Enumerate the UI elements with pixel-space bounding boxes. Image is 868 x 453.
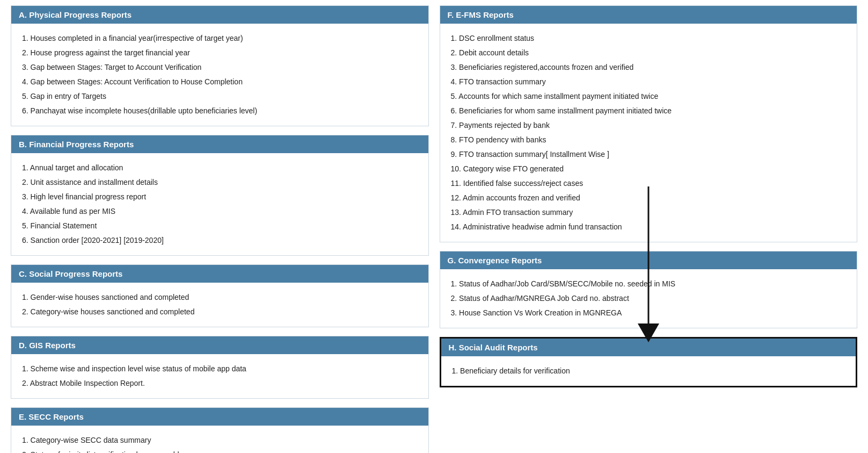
left-column: A. Physical Progress Reports 1. Houses c…: [11, 5, 429, 453]
section-g-header: G. Convergence Reports: [440, 251, 857, 269]
list-item[interactable]: 3. Beneficiaries registered,accounts fro…: [451, 60, 847, 75]
section-h-wrapper: H. Social Audit Reports 1. Beneficiary d…: [440, 337, 858, 387]
section-e: E. SECC Reports 1. Category-wise SECC da…: [11, 407, 429, 453]
list-item[interactable]: 1. Category-wise SECC data summary: [22, 433, 418, 448]
section-d: D. GIS Reports 1. Scheme wise and inspec…: [11, 336, 429, 399]
section-a: A. Physical Progress Reports 1. Houses c…: [11, 5, 429, 126]
section-b-header: B. Financial Progress Reports: [11, 135, 428, 153]
list-item[interactable]: 3. High level financial progress report: [22, 190, 418, 204]
section-d-list: 1. Scheme wise and inspection level wise…: [22, 362, 418, 391]
section-e-list: 1. Category-wise SECC data summary 2. St…: [22, 433, 418, 453]
list-item[interactable]: 10. Category wise FTO generated: [451, 162, 847, 176]
list-item[interactable]: 5. Gap in entry of Targets: [22, 89, 418, 104]
list-item[interactable]: 11. Identified false success/reject case…: [451, 176, 847, 191]
section-h-body: 1. Beneficiary details for verification: [441, 356, 856, 386]
section-b-body: 1. Annual target and allocation 2. Unit …: [11, 153, 428, 255]
list-item[interactable]: 3. House Sanction Vs Work Creation in MG…: [451, 306, 847, 320]
list-item[interactable]: 1. Status of Aadhar/Job Card/SBM/SECC/Mo…: [451, 277, 847, 291]
list-item[interactable]: 9. FTO transaction summary[ Installment …: [451, 147, 847, 162]
list-item[interactable]: 6. Panchayat wise incomplete houses(dril…: [22, 104, 418, 118]
section-b: B. Financial Progress Reports 1. Annual …: [11, 135, 429, 256]
list-item[interactable]: 1. DSC enrollment status: [451, 31, 847, 46]
section-a-header: A. Physical Progress Reports: [11, 6, 428, 24]
list-item[interactable]: 12. Admin accounts frozen and verified: [451, 191, 847, 205]
section-c-header: C. Social Progress Reports: [11, 265, 428, 283]
list-item[interactable]: 13. Admin FTO transaction summary: [451, 205, 847, 220]
section-c: C. Social Progress Reports 1. Gender-wis…: [11, 264, 429, 327]
section-f-header: F. E-FMS Reports: [440, 6, 857, 24]
list-item[interactable]: 6. Sanction order [2020-2021] [2019-2020…: [22, 233, 418, 248]
list-item[interactable]: 5. Accounts for which same installment p…: [451, 89, 847, 104]
section-a-body: 1. Houses completed in a financial year(…: [11, 24, 428, 126]
section-c-body: 1. Gender-wise houses sanctioned and com…: [11, 283, 428, 327]
list-item[interactable]: 1. Houses completed in a financial year(…: [22, 31, 418, 46]
page-container: A. Physical Progress Reports 1. Houses c…: [0, 0, 868, 453]
right-column: F. E-FMS Reports 1. DSC enrollment statu…: [440, 5, 858, 453]
section-f-list: 1. DSC enrollment status 2. Debit accoun…: [451, 31, 847, 234]
section-h-list: 1. Beneficiary details for verification: [452, 364, 845, 378]
section-g: G. Convergence Reports 1. Status of Aadh…: [440, 251, 858, 328]
list-item[interactable]: 5. Financial Statement: [22, 219, 418, 233]
section-g-list: 1. Status of Aadhar/Job Card/SBM/SECC/Mo…: [451, 277, 847, 320]
list-item[interactable]: 2. House progress against the target fin…: [22, 46, 418, 60]
list-item[interactable]: 2. Debit account details: [451, 46, 847, 60]
list-item[interactable]: 1. Gender-wise houses sanctioned and com…: [22, 290, 418, 305]
section-d-body: 1. Scheme wise and inspection level wise…: [11, 354, 428, 398]
list-item[interactable]: 4. Available fund as per MIS: [22, 204, 418, 219]
section-h-header: H. Social Audit Reports: [441, 339, 856, 356]
list-item[interactable]: 1. Annual target and allocation: [22, 161, 418, 175]
list-item[interactable]: 6. Beneficiaries for whom same installme…: [451, 104, 847, 118]
list-item[interactable]: 1. Beneficiary details for verification: [452, 364, 845, 378]
list-item[interactable]: 4. FTO transaction summary: [451, 75, 847, 89]
section-d-header: D. GIS Reports: [11, 336, 428, 354]
list-item[interactable]: 2. Category-wise houses sanctioned and c…: [22, 305, 418, 319]
list-item[interactable]: 2. Abstract Mobile Inspection Report.: [22, 376, 418, 391]
section-e-body: 1. Category-wise SECC data summary 2. St…: [11, 426, 428, 453]
list-item[interactable]: 2. Status of priority list verification …: [22, 448, 418, 453]
list-item[interactable]: 7. Payments rejected by bank: [451, 118, 847, 133]
list-item[interactable]: 1. Scheme wise and inspection level wise…: [22, 362, 418, 376]
section-e-header: E. SECC Reports: [11, 408, 428, 426]
list-item[interactable]: 3. Gap between Stages: Target to Account…: [22, 60, 418, 75]
list-item[interactable]: 4. Gap between Stages: Account Verificat…: [22, 75, 418, 89]
section-b-list: 1. Annual target and allocation 2. Unit …: [22, 161, 418, 248]
list-item[interactable]: 2. Status of Aadhar/MGNREGA Job Card no.…: [451, 291, 847, 306]
section-c-list: 1. Gender-wise houses sanctioned and com…: [22, 290, 418, 319]
list-item[interactable]: 14. Administrative headwise admin fund t…: [451, 220, 847, 234]
list-item[interactable]: 2. Unit assistance and installment detai…: [22, 175, 418, 190]
section-a-list: 1. Houses completed in a financial year(…: [22, 31, 418, 118]
section-f-body: 1. DSC enrollment status 2. Debit accoun…: [440, 24, 857, 242]
section-g-body: 1. Status of Aadhar/Job Card/SBM/SECC/Mo…: [440, 269, 857, 328]
section-f: F. E-FMS Reports 1. DSC enrollment statu…: [440, 5, 858, 242]
list-item[interactable]: 8. FTO pendency with banks: [451, 133, 847, 147]
section-h: H. Social Audit Reports 1. Beneficiary d…: [440, 337, 858, 387]
